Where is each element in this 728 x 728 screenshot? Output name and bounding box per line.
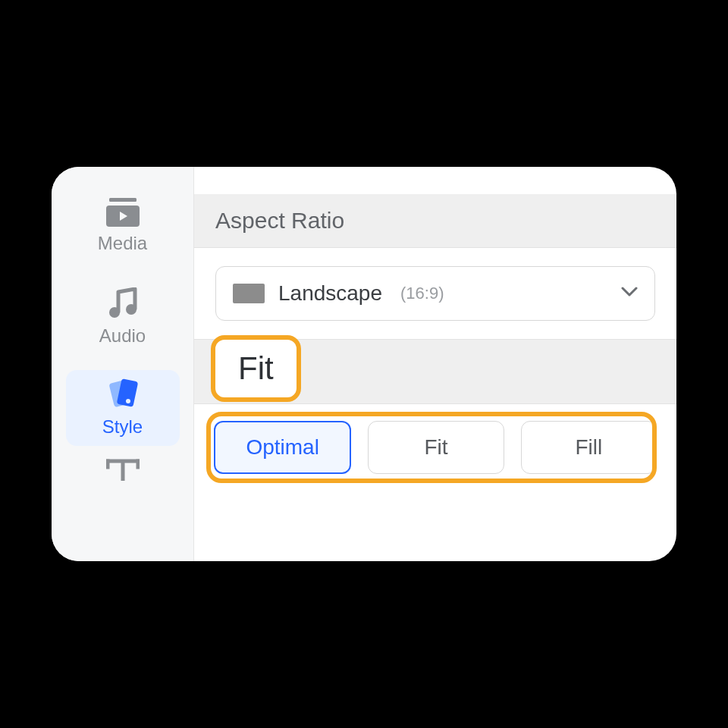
main-panel: Aspect Ratio Landscape (16:9) Fit Op	[194, 167, 676, 561]
fit-option-label: Fill	[575, 435, 602, 460]
sidebar-item-style[interactable]: Style	[66, 370, 180, 446]
aspect-ratio-dropdown[interactable]: Landscape (16:9)	[215, 266, 655, 321]
sidebar: Media Audio Style	[52, 167, 194, 561]
sidebar-item-media[interactable]: Media	[66, 188, 180, 264]
svg-rect-0	[109, 198, 136, 202]
sidebar-item-text[interactable]	[66, 458, 180, 484]
landscape-thumb-icon	[233, 284, 265, 303]
fit-option-fill[interactable]: Fill	[521, 421, 657, 474]
svg-point-2	[109, 307, 120, 318]
fit-options: Optimal Fit Fill	[194, 404, 676, 491]
sidebar-item-audio[interactable]: Audio	[66, 279, 180, 355]
aspect-ratio-header: Aspect Ratio	[194, 194, 676, 248]
sidebar-item-label: Style	[102, 416, 143, 438]
sidebar-item-label: Media	[98, 233, 147, 254]
fit-title-highlight: Fit	[211, 335, 301, 402]
aspect-ratio-control: Landscape (16:9)	[194, 248, 676, 339]
text-icon	[106, 458, 140, 484]
aspect-ratio-selected-name: Landscape	[278, 281, 382, 306]
svg-point-3	[126, 304, 136, 315]
style-swatch-icon	[105, 378, 140, 410]
fit-section-header: Fit	[194, 339, 676, 404]
aspect-ratio-selected-ratio: (16:9)	[400, 284, 444, 303]
fit-title: Fit	[238, 350, 274, 386]
music-note-icon	[108, 287, 138, 319]
fit-option-label: Fit	[424, 435, 447, 460]
settings-panel: Media Audio Style	[52, 167, 676, 561]
chevron-down-icon	[621, 287, 638, 300]
media-icon	[106, 198, 140, 227]
sidebar-item-label: Audio	[99, 325, 146, 347]
fit-option-fit[interactable]: Fit	[368, 421, 504, 474]
fit-option-optimal[interactable]: Optimal	[214, 421, 351, 474]
fit-option-label: Optimal	[246, 435, 318, 460]
svg-point-6	[126, 399, 130, 403]
